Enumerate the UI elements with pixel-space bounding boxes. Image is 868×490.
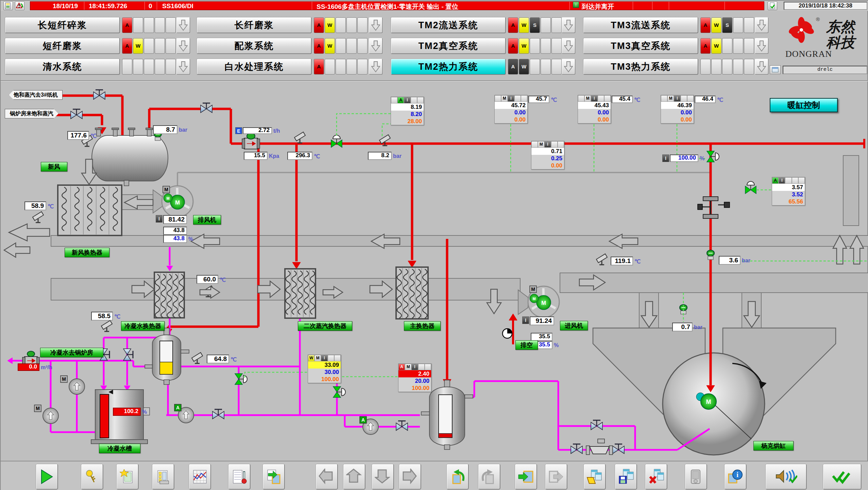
value-display-p82[interactable]: 8.2: [368, 152, 392, 160]
toolbar-run-button[interactable]: [36, 464, 58, 489]
toolbar-export-button[interactable]: [263, 464, 285, 489]
pid-faceplate-pidR[interactable]: AMI2.4020.00100.00: [398, 363, 431, 392]
mode-cell-empty: [598, 95, 604, 102]
mode-cell-M: M: [538, 141, 544, 148]
unit-label: ℃: [220, 277, 226, 283]
equipment-label-eczqhrq: 二次蒸汽换热器: [298, 321, 352, 331]
toolbar-nav-right-button[interactable]: [399, 464, 421, 489]
mode-cell-M: M: [405, 364, 411, 370]
toolbar-info-button[interactable]: i: [725, 464, 746, 489]
unit-label: bar: [694, 324, 702, 330]
toolbar-nav-left-button[interactable]: [316, 464, 338, 489]
svg-text:i: i: [736, 471, 738, 478]
setpoint: 0.00: [495, 109, 527, 116]
value-display-p07[interactable]: 0.7: [672, 323, 693, 331]
pid-faceplate-pidG[interactable]: AI3.573.5265.56: [772, 177, 805, 206]
mode-cell-empty: [411, 97, 417, 103]
value-display-tm2[interactable]: 45.4: [612, 96, 633, 103]
value-display-v355a[interactable]: 35.5: [531, 333, 552, 341]
unit-label: bar: [393, 153, 402, 159]
pid-faceplate-pidW[interactable]: WMI33.0930.00100.00: [308, 355, 341, 383]
mode-cell-empty: [578, 95, 584, 102]
mode-cell-empty: [687, 95, 694, 102]
pid-faceplate-pid4[interactable]: MI0.710.250.00: [531, 141, 564, 169]
toolbar-alarm-ack-button[interactable]: [766, 464, 806, 489]
pid-faceplate-pid1[interactable]: MI45.720.000.00: [494, 95, 528, 124]
value-display-p36[interactable]: 3.6: [719, 256, 741, 265]
toolbar-window-save-button[interactable]: [615, 464, 637, 489]
mode-cell-I: I: [321, 355, 327, 361]
output: 0.00: [495, 116, 527, 123]
value-display-t296[interactable]: 296.3: [287, 152, 312, 160]
process-value: 33.09: [308, 361, 341, 369]
flow-banner-b2: 锅炉房来饱和蒸汽: [5, 109, 58, 118]
mode-cell-I: I: [779, 177, 785, 184]
mode-cell-empty: [798, 177, 805, 184]
indicator-tag-icon: I: [522, 316, 529, 324]
toolbar-screen-exit-button[interactable]: [545, 464, 567, 489]
value-display-t648[interactable]: 64.8: [207, 355, 229, 363]
toolbar-nav-up-button[interactable]: [343, 464, 365, 489]
pid-faceplate-pidA[interactable]: AI8.198.2028.00: [391, 97, 424, 125]
mode-cell-empty: [514, 95, 521, 102]
value-display-v438a[interactable]: 43.8: [163, 227, 187, 235]
unit-label: bar: [742, 258, 750, 264]
toolbar-screen-enter-button[interactable]: [515, 464, 537, 489]
toolbar-redo-button[interactable]: [478, 464, 500, 489]
value-display-l1002[interactable]: 100.2: [113, 408, 141, 416]
mode-cell-M: M: [667, 95, 674, 102]
toolbar-ack-all-button[interactable]: [823, 464, 861, 489]
export-icon: [266, 469, 282, 485]
toolbar-window-close-button[interactable]: [645, 464, 667, 489]
pid-faceplate-pid2[interactable]: MI45.430.000.00: [578, 95, 611, 124]
mode-cell-empty: [334, 355, 341, 361]
toolbar-report-form-button[interactable]: [152, 464, 174, 489]
value-display-i81[interactable]: 81.42: [163, 215, 187, 224]
equipment-label-lnshrq: 冷凝水换热器: [121, 321, 165, 331]
indicator-tag-icon: I: [156, 215, 163, 223]
toolbar-trend-button[interactable]: [189, 464, 211, 489]
toolbar-key-button[interactable]: [81, 464, 103, 489]
process-value: 45.43: [578, 102, 611, 109]
screen-exit-icon: [548, 469, 564, 485]
toolbar-undo-button[interactable]: [447, 464, 469, 489]
setpoint: 20.00: [398, 377, 431, 385]
alarm-ack-icon: [775, 469, 797, 485]
mode-cell-M: M: [584, 95, 591, 102]
output: 0.00: [578, 116, 611, 123]
toolbar-temp-report-button[interactable]: [228, 464, 250, 489]
value-display-f00[interactable]: 0.0: [18, 363, 39, 371]
value-display-t60[interactable]: 60.0: [197, 275, 218, 284]
value-display-t589[interactable]: 58.9: [24, 201, 46, 210]
value-display-t177[interactable]: 177.6: [67, 131, 89, 140]
toolbar-report-new-button[interactable]: [117, 464, 138, 489]
value-display-t119[interactable]: 119.1: [611, 257, 633, 265]
value-display-v438b[interactable]: 43.8: [163, 235, 187, 243]
value-display-tm1[interactable]: 45.7: [528, 96, 549, 103]
toolbar-device-button[interactable]: [685, 464, 707, 489]
info-icon: i: [727, 469, 744, 485]
value-display-i91[interactable]: 91.24: [530, 316, 554, 325]
value-display-tm3[interactable]: 46.4: [695, 96, 716, 103]
value-display-t585[interactable]: 58.5: [91, 312, 113, 321]
unit-label: t/h: [273, 128, 280, 134]
equipment-label-paifengji: 排风机: [193, 215, 221, 225]
process-value: 45.72: [495, 102, 527, 109]
value-display-i100[interactable]: 100.00: [670, 154, 698, 162]
nav-down-icon: [375, 469, 391, 485]
mode-cell-empty: [418, 364, 425, 370]
value-display-p87[interactable]: 8.7: [153, 125, 177, 134]
value-display-p155[interactable]: 15.5: [244, 152, 268, 160]
pid-faceplate-pid3[interactable]: MI46.390.000.00: [661, 95, 694, 124]
mode-cell-A: A: [398, 364, 405, 370]
mode-cell-empty: [391, 97, 397, 103]
nav-up-icon: [346, 469, 362, 485]
toolbar-nav-down-button[interactable]: [372, 464, 394, 489]
toolbar-window-open-button[interactable]: [584, 464, 606, 489]
output: 100.00: [308, 376, 341, 383]
mode-cell-M: M: [501, 95, 508, 102]
equipment-label-xinfen: 新风: [41, 162, 67, 172]
cylinder-warmup-button[interactable]: 暖缸控制: [770, 98, 838, 112]
output: 65.56: [772, 198, 805, 205]
value-display-fE[interactable]: 2.72: [243, 127, 272, 134]
